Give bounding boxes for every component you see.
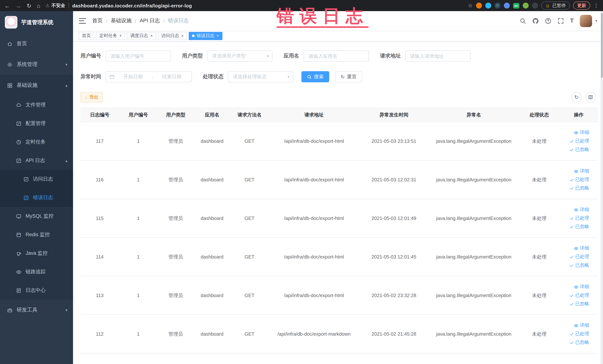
page-scrollbar[interactable] bbox=[601, 11, 603, 364]
col-actions: 操作 bbox=[559, 108, 598, 122]
ext-orange-icon[interactable] bbox=[476, 3, 482, 9]
help-icon[interactable] bbox=[545, 18, 551, 24]
tab-schedule-log[interactable]: 调度日志× bbox=[127, 32, 156, 40]
ext-grid-icon[interactable] bbox=[504, 3, 510, 9]
exception-time-range-picker[interactable]: 开始日期 - 结束日期 bbox=[106, 71, 192, 82]
ignored-link[interactable]: 已忽略 bbox=[569, 300, 589, 307]
processed-link[interactable]: 已处理 bbox=[569, 292, 589, 299]
sidebar-item-java-monitor[interactable]: Java 监控 bbox=[0, 244, 73, 263]
user-id-label: 用户编号 bbox=[81, 53, 101, 59]
kebab-menu-icon[interactable]: ⋮ bbox=[593, 3, 599, 8]
breadcrumb-item-infrastructure[interactable]: 基础设施 bbox=[111, 17, 132, 24]
exception-name-cell: java.lang.IllegalArgumentException bbox=[429, 276, 519, 315]
detail-link[interactable]: 详细 bbox=[574, 129, 589, 136]
avatar-caret-down-icon[interactable]: ▾ bbox=[595, 18, 597, 23]
processed-link[interactable]: 已处理 bbox=[569, 215, 589, 222]
navbar-actions: T ▾ bbox=[520, 15, 597, 27]
request-url-cell: /api/infra/db-doc/export-html bbox=[269, 276, 359, 315]
sidebar-item-link-tracing[interactable]: 链路追踪 bbox=[0, 263, 73, 281]
tab-close-icon[interactable]: × bbox=[119, 34, 122, 38]
ext-on-icon[interactable]: on bbox=[513, 3, 519, 8]
ext-drop-icon[interactable] bbox=[485, 3, 491, 9]
breadcrumb-item-home[interactable]: 首页 bbox=[92, 17, 103, 24]
app-title: 芋道管理系统 bbox=[21, 19, 53, 26]
select-caret-down-icon: ▾ bbox=[288, 74, 290, 79]
address-bar[interactable]: ⚠ 不安全 dashboard.yudao.iocoder.cn/infra/l… bbox=[46, 2, 464, 9]
processed-link[interactable]: 已处理 bbox=[569, 176, 589, 183]
tabs-bar: 首页 定时任务× 调度日志× 访问日志× 错误日志× bbox=[73, 30, 603, 42]
sidebar-item-dev-tools[interactable]: 研发工具 ▾ bbox=[0, 300, 73, 320]
scrollbar-thumb[interactable] bbox=[601, 13, 603, 78]
tab-access-log[interactable]: 访问日志× bbox=[158, 32, 187, 40]
processed-link[interactable]: 已处理 bbox=[569, 253, 589, 260]
profile-paused-button[interactable]: ☺ 已暂停 bbox=[541, 1, 570, 10]
detail-link[interactable]: 详细 bbox=[574, 283, 589, 290]
font-size-icon[interactable]: T bbox=[570, 17, 574, 24]
export-button[interactable]: ↓ 导出 bbox=[81, 92, 103, 102]
sidebar-item-infrastructure[interactable]: 基础设施 ▴ bbox=[0, 75, 73, 96]
process-status-select[interactable]: 请选择处理状态 ▾ bbox=[228, 71, 293, 82]
ignored-link[interactable]: 已忽略 bbox=[569, 339, 589, 346]
tab-scheduled-tasks[interactable]: 定时任务× bbox=[96, 32, 125, 40]
tab-error-log[interactable]: 错误日志× bbox=[189, 32, 222, 40]
processed-link[interactable]: 已处理 bbox=[569, 138, 589, 145]
github-icon[interactable] bbox=[532, 18, 538, 24]
ignored-link[interactable]: 已忽略 bbox=[569, 146, 589, 153]
user-id-input[interactable] bbox=[106, 50, 171, 61]
toolbox-icon bbox=[7, 307, 13, 313]
reload-icon[interactable]: ↻ bbox=[27, 3, 31, 8]
detail-link[interactable]: 详细 bbox=[574, 168, 589, 175]
profile-avatar-icon: ☺ bbox=[545, 3, 550, 8]
ignored-link[interactable]: 已忽略 bbox=[569, 185, 589, 192]
sidebar: 芋道管理系统 首页 系统管理 ▾ 基础设施 ▴ bbox=[0, 11, 73, 364]
breadcrumb-item-api-logs[interactable]: API 日志 bbox=[140, 17, 160, 24]
sidebar-item-system-management[interactable]: 系统管理 ▾ bbox=[0, 54, 73, 75]
user-type-select[interactable]: 请选择用户类型 ▾ bbox=[207, 50, 272, 61]
col-exception-name: 异常名 bbox=[429, 108, 519, 122]
tab-home[interactable]: 首页 bbox=[79, 32, 94, 40]
home-icon[interactable]: ⌂ bbox=[37, 3, 40, 8]
user-avatar[interactable] bbox=[580, 15, 592, 27]
ignored-link[interactable]: 已忽略 bbox=[569, 223, 589, 230]
process-status-cell: 未处理 bbox=[519, 276, 559, 315]
back-icon[interactable]: ← bbox=[4, 3, 10, 8]
refresh-table-button[interactable]: ↻ bbox=[571, 92, 582, 102]
reset-button[interactable]: ↻ 重置 bbox=[335, 71, 362, 82]
ext-leaf-icon[interactable] bbox=[522, 3, 529, 9]
sidebar-item-home[interactable]: 首页 bbox=[0, 33, 73, 54]
sidebar-item-file-management[interactable]: 文件管理 bbox=[0, 96, 73, 114]
app-name-input[interactable] bbox=[304, 50, 369, 61]
fullscreen-icon[interactable] bbox=[557, 18, 564, 24]
bookmark-star-icon[interactable]: ☆ bbox=[468, 3, 473, 8]
tab-close-icon[interactable]: × bbox=[217, 34, 219, 38]
sidebar-item-log-center[interactable]: 日志中心 bbox=[0, 281, 73, 300]
ignored-link[interactable]: 已忽略 bbox=[569, 262, 589, 269]
request-url-input[interactable] bbox=[405, 50, 470, 61]
column-settings-button[interactable] bbox=[585, 92, 596, 102]
ext-vue-icon[interactable]: V bbox=[494, 3, 500, 9]
forward-icon[interactable]: → bbox=[16, 3, 21, 8]
ext-pin-icon[interactable] bbox=[532, 3, 538, 9]
processed-link[interactable]: 已处理 bbox=[569, 330, 589, 338]
tab-close-icon[interactable]: × bbox=[181, 34, 184, 38]
search-icon[interactable] bbox=[520, 18, 526, 24]
sidebar-item-error-log[interactable]: 错误日志 bbox=[0, 188, 73, 207]
browser-nav-buttons: ← → ↻ ⌂ bbox=[4, 3, 40, 8]
detail-link[interactable]: 详细 bbox=[574, 206, 589, 213]
sidebar-item-config-management[interactable]: 配置管理 bbox=[0, 114, 73, 133]
table-row: 113 1 管理员 dashboard GET /api/infra/db-do… bbox=[81, 276, 598, 315]
col-process-status: 处理状态 bbox=[519, 108, 559, 122]
sidebar-item-access-log[interactable]: 访问日志 bbox=[0, 170, 73, 188]
sidebar-item-api-logs[interactable]: API 日志 ▴ bbox=[0, 151, 73, 170]
tab-close-icon[interactable]: × bbox=[150, 34, 153, 38]
sidebar-item-scheduled-tasks[interactable]: 定时任务 bbox=[0, 133, 73, 151]
detail-link[interactable]: 详细 bbox=[574, 322, 589, 329]
sidebar-item-mysql-monitor[interactable]: MySQL 监控 bbox=[0, 207, 73, 225]
filter-row-1: 用户编号 用户类型 请选择用户类型 ▾ 应用名 bbox=[81, 50, 596, 61]
detail-link[interactable]: 详细 bbox=[574, 245, 589, 252]
sidebar-item-redis-monitor[interactable]: Redis 监控 bbox=[0, 225, 73, 244]
browser-update-button[interactable]: 更新 bbox=[573, 1, 590, 10]
page-content: 用户编号 用户类型 请选择用户类型 ▾ 应用名 bbox=[73, 42, 603, 364]
hamburger-icon[interactable] bbox=[79, 18, 86, 23]
search-button[interactable]: 搜索 bbox=[302, 71, 329, 82]
